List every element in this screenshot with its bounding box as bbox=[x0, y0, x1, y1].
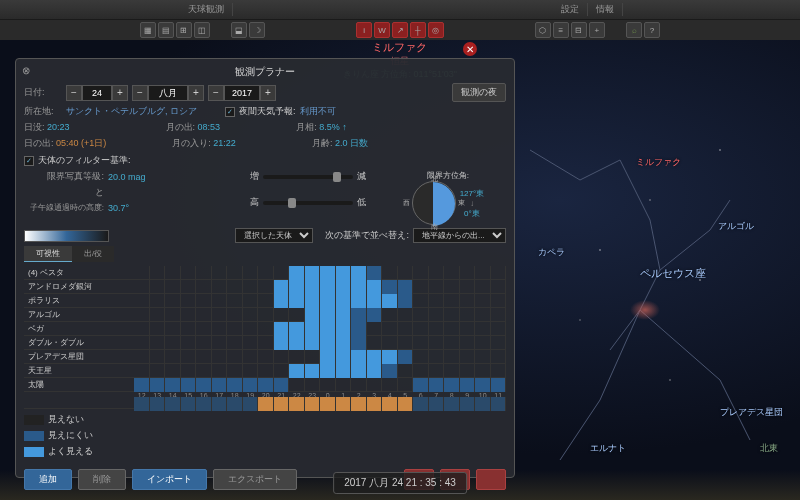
location-label: 所在地: bbox=[24, 105, 62, 118]
target-name: ミルファク bbox=[343, 40, 457, 55]
timeline-row[interactable]: ベガ bbox=[24, 322, 506, 336]
tool-icon-7[interactable]: ⬡ bbox=[535, 22, 551, 38]
timeline-row[interactable]: ダブル・ダブル bbox=[24, 336, 506, 350]
star-label-capella[interactable]: カペラ bbox=[538, 246, 565, 259]
planner-panel: ⊗ 観測プラナー 日付: −24+ −八月+ −2017+ 観測の夜 所在地: … bbox=[15, 58, 515, 478]
search-icon[interactable]: ⌕ bbox=[626, 22, 642, 38]
tool-icon-4[interactable]: ◫ bbox=[194, 22, 210, 38]
help-icon[interactable]: ? bbox=[644, 22, 660, 38]
alt-slider[interactable] bbox=[263, 201, 353, 205]
menu-observe[interactable]: 天球観測 bbox=[180, 3, 233, 16]
tool-icon-2[interactable]: ▤ bbox=[158, 22, 174, 38]
tool-icon-1[interactable]: ▦ bbox=[140, 22, 156, 38]
nebula bbox=[630, 300, 660, 320]
selected-object-select[interactable]: 選択した天体 bbox=[235, 228, 313, 243]
timeline-row[interactable]: (4) ベスタ bbox=[24, 266, 506, 280]
timeline-row[interactable]: プレアデス星団 bbox=[24, 350, 506, 364]
forecast-link[interactable]: 利用不可 bbox=[300, 105, 336, 118]
tool-icon-3[interactable]: ⊞ bbox=[176, 22, 192, 38]
tool-icon-9[interactable]: ⊟ bbox=[571, 22, 587, 38]
tab-riseset[interactable]: 出/役 bbox=[72, 246, 114, 262]
tool-icon-6[interactable]: ☽ bbox=[249, 22, 265, 38]
azimuth-compass[interactable]: 北 東 南 西 bbox=[412, 181, 456, 225]
tool-icon-8[interactable]: ≡ bbox=[553, 22, 569, 38]
filter-label: 天体のフィルター基準: bbox=[38, 154, 131, 167]
icon-toolbar: ▦ ▤ ⊞ ◫ ⬓ ☽ i W ↗ ┼ ◎ ⬡ ≡ ⊟ + ⌕ ? bbox=[0, 20, 800, 40]
compass-ne: 北東 bbox=[760, 442, 778, 455]
mag-slider[interactable] bbox=[263, 175, 353, 179]
timeline-row[interactable]: アルゴル bbox=[24, 308, 506, 322]
menu-settings[interactable]: 設定 bbox=[553, 3, 588, 16]
timeline-row[interactable]: 天王星 bbox=[24, 364, 506, 378]
timeline-row[interactable]: ポラリス bbox=[24, 294, 506, 308]
export-button[interactable]: エクスポート bbox=[213, 469, 297, 490]
constellation-perseus[interactable]: ペルセウス座 bbox=[640, 266, 706, 281]
top-toolbar: 天球観測 設定 情報 bbox=[0, 0, 800, 20]
tool-icon-5[interactable]: ⬓ bbox=[231, 22, 247, 38]
panel-close-button[interactable]: ⊗ bbox=[22, 65, 30, 76]
forecast-checkbox[interactable]: ✓ bbox=[225, 107, 235, 117]
year-stepper[interactable]: −2017+ bbox=[208, 85, 276, 101]
gradient-bar[interactable] bbox=[24, 230, 109, 242]
timeline-row[interactable]: アンドロメダ銀河 bbox=[24, 280, 506, 294]
timeline-row[interactable]: 太陽 bbox=[24, 378, 506, 392]
month-stepper[interactable]: −八月+ bbox=[132, 85, 204, 101]
rocket-icon[interactable]: ↗ bbox=[392, 22, 408, 38]
sort-select[interactable]: 地平線からの出... bbox=[413, 228, 506, 243]
target-close-button[interactable]: ✕ bbox=[463, 42, 477, 56]
delete-button[interactable]: 削除 bbox=[78, 469, 126, 490]
tool-icon-10[interactable]: + bbox=[589, 22, 605, 38]
crosshair-icon[interactable]: ┼ bbox=[410, 22, 426, 38]
datetime-display[interactable]: 2017 八月 24 21 : 35 : 43 bbox=[333, 472, 467, 494]
day-stepper[interactable]: −24+ bbox=[66, 85, 128, 101]
add-button[interactable]: 追加 bbox=[24, 469, 72, 490]
star-label-algol[interactable]: アルゴル bbox=[718, 220, 754, 233]
wiki-icon[interactable]: W bbox=[374, 22, 390, 38]
obs-night-button[interactable]: 観測の夜 bbox=[452, 83, 506, 102]
menu-info[interactable]: 情報 bbox=[588, 3, 623, 16]
date-label: 日付: bbox=[24, 86, 62, 99]
timeline: (4) ベスタアンドロメダ銀河ポラリスアルゴルベガダブル・ダブルプレアデス星団天… bbox=[24, 266, 506, 409]
tab-visibility[interactable]: 可視性 bbox=[24, 246, 72, 262]
red-action-3[interactable] bbox=[476, 469, 506, 490]
star-label-elnath[interactable]: エルナト bbox=[590, 442, 626, 455]
panel-title: 観測プラナー bbox=[24, 65, 506, 79]
info-icon[interactable]: i bbox=[356, 22, 372, 38]
star-label-mirfak[interactable]: ミルファク bbox=[636, 156, 681, 169]
filter-checkbox[interactable]: ✓ bbox=[24, 156, 34, 166]
location-link[interactable]: サンクト・ペテルブルグ, ロシア bbox=[66, 105, 197, 118]
import-button[interactable]: インポート bbox=[132, 469, 207, 490]
star-label-pleiades[interactable]: プレアデス星団 bbox=[720, 406, 783, 419]
target-icon[interactable]: ◎ bbox=[428, 22, 444, 38]
